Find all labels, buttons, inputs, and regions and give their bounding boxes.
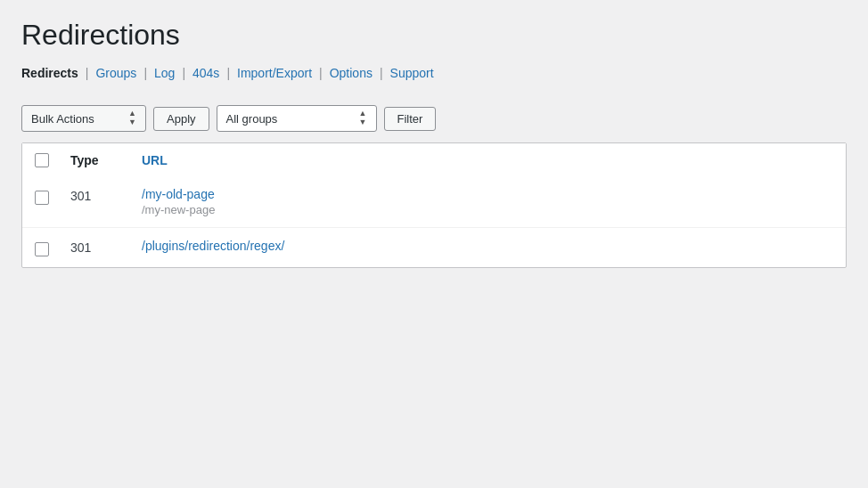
col-header-type: Type [60, 143, 131, 176]
row-1-url: /my-old-page /my-new-page [131, 176, 846, 228]
col-header-check [22, 143, 60, 176]
groups-label: All groups [226, 112, 278, 126]
redirects-table: Type URL 301 /my-old-page /my-new-page [22, 143, 846, 267]
row-1-checkbox[interactable] [35, 191, 49, 205]
nav-tab-log[interactable]: Log [154, 66, 175, 80]
nav-tab-groups[interactable]: Groups [95, 66, 136, 80]
toolbar: Bulk Actions ▲▼ Apply All groups ▲▼ Filt… [21, 98, 847, 139]
row-1-check-cell [22, 176, 60, 228]
bulk-actions-label: Bulk Actions [31, 112, 94, 126]
apply-button[interactable]: Apply [153, 107, 209, 131]
row-1-type: 301 [60, 176, 131, 228]
nav-sep-1: | [86, 66, 89, 80]
redirects-table-container: Type URL 301 /my-old-page /my-new-page [21, 142, 847, 268]
bulk-actions-dropdown[interactable]: Bulk Actions ▲▼ [21, 105, 146, 132]
nav-tab-redirects[interactable]: Redirects [21, 66, 78, 80]
row-1-url-primary[interactable]: /my-old-page [142, 187, 835, 201]
filter-button[interactable]: Filter [384, 107, 437, 131]
nav-tab-404s[interactable]: 404s [192, 66, 219, 80]
table-row: 301 /plugins/redirection/regex/ [22, 228, 846, 267]
nav-tab-options[interactable]: Options [330, 66, 373, 80]
nav-tab-support[interactable]: Support [390, 66, 434, 80]
table-row: 301 /my-old-page /my-new-page [22, 176, 846, 228]
groups-arrows-icon: ▲▼ [359, 110, 367, 127]
nav-sep-4: | [226, 66, 230, 80]
row-2-type: 301 [60, 228, 131, 267]
row-2-url: /plugins/redirection/regex/ [131, 228, 846, 267]
nav-sep-5: | [319, 66, 323, 80]
nav-sep-2: | [143, 66, 147, 80]
row-2-checkbox[interactable] [35, 242, 49, 256]
groups-dropdown[interactable]: All groups ▲▼ [217, 105, 377, 132]
row-2-check-cell [22, 228, 60, 267]
row-2-url-primary[interactable]: /plugins/redirection/regex/ [142, 239, 835, 253]
select-all-checkbox[interactable] [35, 153, 49, 167]
bulk-actions-arrows-icon: ▲▼ [128, 110, 136, 127]
table-header-row: Type URL [22, 143, 846, 176]
row-1-url-secondary: /my-new-page [142, 203, 835, 216]
nav-tab-import-export[interactable]: Import/Export [237, 66, 312, 80]
nav-tabs: Redirects | Groups | Log | 404s | Import… [21, 66, 847, 80]
nav-sep-3: | [182, 66, 185, 80]
page-title: Redirections [21, 18, 847, 52]
col-header-url[interactable]: URL [131, 143, 846, 176]
nav-sep-6: | [380, 66, 383, 80]
